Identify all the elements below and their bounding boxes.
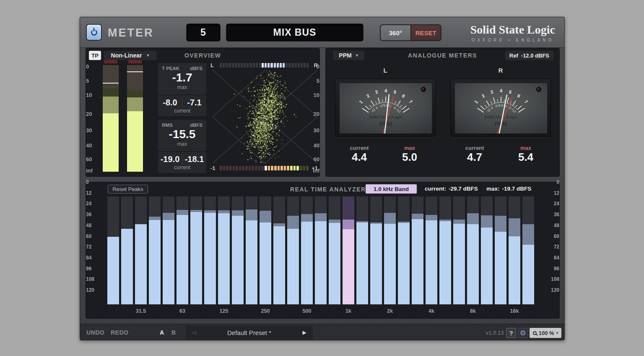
- rta-level-bar: [163, 220, 174, 304]
- preset-name: Default Preset *: [203, 329, 296, 336]
- rta-band-column[interactable]: [315, 196, 327, 304]
- clip-indicator-left[interactable]: [104, 60, 117, 63]
- prev-preset-button[interactable]: ◁: [186, 330, 203, 335]
- correlation-segment: [287, 166, 289, 170]
- rms-current-caption: current: [158, 165, 206, 170]
- correlation-right-label: +1: [311, 165, 318, 171]
- correlation-segment: [258, 166, 261, 170]
- rta-band-column[interactable]: [426, 196, 437, 304]
- correlation-segments: [220, 166, 309, 170]
- rta-band-column[interactable]: [218, 196, 230, 304]
- rms-max-value: -15.5: [158, 128, 206, 141]
- rta-band-column[interactable]: [509, 196, 520, 304]
- rta-db-label: 12: [86, 190, 91, 196]
- tpeak-current-left: -8.0: [158, 98, 182, 107]
- rta-band-column[interactable]: [177, 196, 188, 304]
- rta-band-column[interactable]: [453, 196, 465, 304]
- clip-indicator-right[interactable]: [128, 60, 142, 63]
- analogue-meter-right: 1234567-1284TEST48+12Solid State LogicPP…: [450, 79, 551, 137]
- rta-level-bar: [273, 226, 285, 304]
- rta-band-column[interactable]: [135, 196, 147, 304]
- rta-peak-cap: [522, 224, 534, 244]
- rta-band-column[interactable]: [467, 196, 479, 304]
- rta-level-bar: [453, 224, 465, 304]
- rta-band-column[interactable]: [246, 196, 257, 304]
- rta-band-column[interactable]: [412, 196, 423, 304]
- balance-segment: [288, 63, 291, 68]
- rta-freq-label: 250: [256, 308, 275, 314]
- rta-band-column[interactable]: [287, 196, 299, 304]
- rta-band-column[interactable]: [495, 196, 506, 304]
- rta-band-column[interactable]: [190, 196, 202, 304]
- rta-band-column[interactable]: [260, 196, 271, 304]
- rta-db-label: 24: [86, 201, 91, 207]
- footer-toolbar: UNDO REDO A B ◁ Default Preset * ▶ v1.0.…: [80, 324, 564, 340]
- analogue-meter-left: 1234567-1284TEST48+12Solid State LogicPP…: [335, 79, 436, 137]
- rta-spectrum: [104, 196, 542, 304]
- rta-band-column[interactable]: [232, 196, 244, 304]
- reset-button[interactable]: RESET: [411, 25, 441, 40]
- rta-band-column[interactable]: [398, 196, 410, 304]
- rta-band-column[interactable]: [329, 196, 340, 304]
- rta-level-bar: [495, 232, 506, 304]
- tpeak-max-value: -1.7: [158, 71, 206, 84]
- brand-subtitle: OXFORD • ENGLAND: [470, 38, 555, 42]
- rms-max-box: RMS dBFS -15.5 max: [158, 120, 206, 151]
- meter-zone: [127, 97, 143, 111]
- instance-number-box[interactable]: 5: [186, 24, 221, 42]
- rta-peak-cap: [384, 213, 396, 224]
- rta-title: REAL TIME ANALYZER: [290, 186, 366, 193]
- power-button[interactable]: [86, 24, 102, 41]
- meter-face-right: 1234567-1284TEST48+12Solid State LogicPP…: [455, 83, 547, 134]
- track-name-box[interactable]: MIX BUS: [226, 24, 364, 42]
- reference-level-box[interactable]: Ref -12.0 dBFS: [505, 51, 553, 60]
- undo-button[interactable]: UNDO: [86, 329, 104, 336]
- rta-peak-cap: [149, 217, 161, 220]
- channel-label-right: R: [450, 67, 551, 74]
- ab-compare-b[interactable]: B: [171, 329, 176, 336]
- rotate-360-button[interactable]: 360°: [381, 25, 411, 40]
- rta-band-column[interactable]: [301, 196, 313, 304]
- balance-segment: [301, 63, 303, 68]
- rta-level-bar: [218, 213, 230, 304]
- rms-current-box: -19.0 -18.1 current: [158, 152, 206, 173]
- redo-button[interactable]: REDO: [111, 329, 128, 336]
- rms-current-left: -19.0: [158, 154, 182, 164]
- rta-band-column[interactable]: [149, 196, 161, 304]
- rta-peak-cap: [329, 220, 340, 223]
- correlation-segment: [280, 166, 283, 170]
- correlation-meter: -1 +1: [210, 165, 318, 171]
- rta-band-column[interactable]: [343, 196, 354, 304]
- rta-level-bar: [522, 245, 534, 304]
- ui-zoom-button[interactable]: 100 % ▾: [530, 328, 561, 338]
- rms-label: RMS: [162, 123, 173, 128]
- rta-band-column[interactable]: [384, 196, 396, 304]
- rta-band-column[interactable]: [107, 196, 119, 304]
- rta-band-column[interactable]: [356, 196, 368, 304]
- rta-band-column[interactable]: [439, 196, 451, 304]
- rta-band-column[interactable]: [204, 196, 216, 304]
- ab-compare-a[interactable]: A: [160, 329, 164, 336]
- peak-hold-line: [127, 71, 143, 72]
- selected-band-chip[interactable]: 1.0 kHz Band: [366, 184, 417, 194]
- help-button[interactable]: ?: [506, 328, 516, 338]
- peak-hold-line: [103, 83, 119, 84]
- rta-peak-cap: [315, 213, 327, 221]
- rta-freq-label: 16k: [505, 308, 524, 314]
- balance-segment: [270, 63, 273, 68]
- balance-segment: [226, 63, 228, 68]
- rta-band-column[interactable]: [273, 196, 285, 304]
- next-preset-button[interactable]: ▶: [296, 330, 313, 335]
- correlation-segment: [293, 166, 296, 170]
- settings-button[interactable]: ⚙: [518, 328, 528, 338]
- rta-band-column[interactable]: [370, 196, 382, 304]
- rta-db-label: 12: [554, 190, 559, 196]
- reset-peaks-button[interactable]: Reset Peaks: [108, 185, 148, 194]
- rta-band-column[interactable]: [522, 196, 534, 304]
- balance-segment: [262, 63, 264, 68]
- correlation-segment: [306, 166, 309, 170]
- rta-band-column[interactable]: [481, 196, 493, 304]
- balance-segment: [277, 63, 279, 68]
- rta-band-column[interactable]: [163, 196, 174, 304]
- rta-band-column[interactable]: [121, 196, 133, 304]
